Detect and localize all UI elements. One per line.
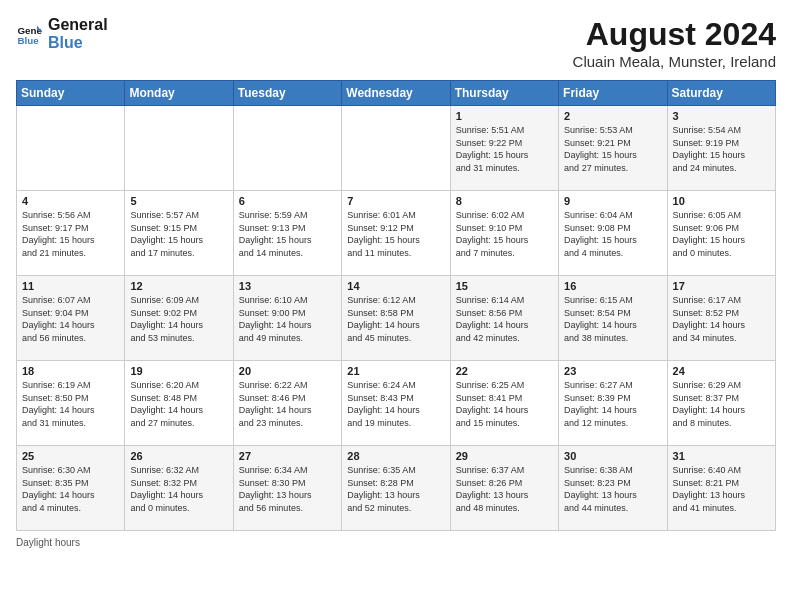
day-info: Sunrise: 6:09 AM Sunset: 9:02 PM Dayligh… (130, 294, 227, 344)
day-cell-23: 23Sunrise: 6:27 AM Sunset: 8:39 PM Dayli… (559, 361, 667, 446)
day-cell-20: 20Sunrise: 6:22 AM Sunset: 8:46 PM Dayli… (233, 361, 341, 446)
calendar-body: 1Sunrise: 5:51 AM Sunset: 9:22 PM Daylig… (17, 106, 776, 531)
day-info: Sunrise: 6:38 AM Sunset: 8:23 PM Dayligh… (564, 464, 661, 514)
day-number: 27 (239, 450, 336, 462)
day-number: 17 (673, 280, 770, 292)
day-cell-10: 10Sunrise: 6:05 AM Sunset: 9:06 PM Dayli… (667, 191, 775, 276)
day-number: 9 (564, 195, 661, 207)
day-cell-21: 21Sunrise: 6:24 AM Sunset: 8:43 PM Dayli… (342, 361, 450, 446)
day-number: 10 (673, 195, 770, 207)
header-day-wednesday: Wednesday (342, 81, 450, 106)
logo-icon: Gene Blue (16, 20, 44, 48)
day-cell-22: 22Sunrise: 6:25 AM Sunset: 8:41 PM Dayli… (450, 361, 558, 446)
day-info: Sunrise: 6:22 AM Sunset: 8:46 PM Dayligh… (239, 379, 336, 429)
day-number: 6 (239, 195, 336, 207)
day-info: Sunrise: 6:40 AM Sunset: 8:21 PM Dayligh… (673, 464, 770, 514)
empty-cell (233, 106, 341, 191)
day-number: 23 (564, 365, 661, 377)
day-cell-12: 12Sunrise: 6:09 AM Sunset: 9:02 PM Dayli… (125, 276, 233, 361)
day-cell-27: 27Sunrise: 6:34 AM Sunset: 8:30 PM Dayli… (233, 446, 341, 531)
day-cell-2: 2Sunrise: 5:53 AM Sunset: 9:21 PM Daylig… (559, 106, 667, 191)
day-number: 28 (347, 450, 444, 462)
day-number: 8 (456, 195, 553, 207)
header-day-tuesday: Tuesday (233, 81, 341, 106)
day-cell-29: 29Sunrise: 6:37 AM Sunset: 8:26 PM Dayli… (450, 446, 558, 531)
day-number: 21 (347, 365, 444, 377)
day-number: 1 (456, 110, 553, 122)
day-info: Sunrise: 5:54 AM Sunset: 9:19 PM Dayligh… (673, 124, 770, 174)
empty-cell (125, 106, 233, 191)
day-info: Sunrise: 6:27 AM Sunset: 8:39 PM Dayligh… (564, 379, 661, 429)
day-cell-26: 26Sunrise: 6:32 AM Sunset: 8:32 PM Dayli… (125, 446, 233, 531)
calendar-table: SundayMondayTuesdayWednesdayThursdayFrid… (16, 80, 776, 531)
day-cell-18: 18Sunrise: 6:19 AM Sunset: 8:50 PM Dayli… (17, 361, 125, 446)
footer-label: Daylight hours (16, 537, 776, 548)
day-number: 18 (22, 365, 119, 377)
day-info: Sunrise: 6:29 AM Sunset: 8:37 PM Dayligh… (673, 379, 770, 429)
day-number: 4 (22, 195, 119, 207)
day-cell-6: 6Sunrise: 5:59 AM Sunset: 9:13 PM Daylig… (233, 191, 341, 276)
day-number: 30 (564, 450, 661, 462)
day-number: 12 (130, 280, 227, 292)
day-number: 15 (456, 280, 553, 292)
day-cell-4: 4Sunrise: 5:56 AM Sunset: 9:17 PM Daylig… (17, 191, 125, 276)
empty-cell (17, 106, 125, 191)
day-number: 16 (564, 280, 661, 292)
month-title: August 2024 (573, 16, 776, 53)
day-cell-31: 31Sunrise: 6:40 AM Sunset: 8:21 PM Dayli… (667, 446, 775, 531)
day-cell-19: 19Sunrise: 6:20 AM Sunset: 8:48 PM Dayli… (125, 361, 233, 446)
header-day-sunday: Sunday (17, 81, 125, 106)
day-info: Sunrise: 6:34 AM Sunset: 8:30 PM Dayligh… (239, 464, 336, 514)
day-cell-30: 30Sunrise: 6:38 AM Sunset: 8:23 PM Dayli… (559, 446, 667, 531)
day-info: Sunrise: 5:56 AM Sunset: 9:17 PM Dayligh… (22, 209, 119, 259)
calendar-week-5: 25Sunrise: 6:30 AM Sunset: 8:35 PM Dayli… (17, 446, 776, 531)
day-info: Sunrise: 6:02 AM Sunset: 9:10 PM Dayligh… (456, 209, 553, 259)
day-number: 25 (22, 450, 119, 462)
day-info: Sunrise: 6:20 AM Sunset: 8:48 PM Dayligh… (130, 379, 227, 429)
svg-text:Blue: Blue (17, 34, 39, 45)
day-number: 11 (22, 280, 119, 292)
day-info: Sunrise: 6:05 AM Sunset: 9:06 PM Dayligh… (673, 209, 770, 259)
day-info: Sunrise: 6:07 AM Sunset: 9:04 PM Dayligh… (22, 294, 119, 344)
calendar-week-2: 4Sunrise: 5:56 AM Sunset: 9:17 PM Daylig… (17, 191, 776, 276)
day-cell-14: 14Sunrise: 6:12 AM Sunset: 8:58 PM Dayli… (342, 276, 450, 361)
day-cell-24: 24Sunrise: 6:29 AM Sunset: 8:37 PM Dayli… (667, 361, 775, 446)
day-cell-16: 16Sunrise: 6:15 AM Sunset: 8:54 PM Dayli… (559, 276, 667, 361)
day-info: Sunrise: 6:35 AM Sunset: 8:28 PM Dayligh… (347, 464, 444, 514)
day-cell-11: 11Sunrise: 6:07 AM Sunset: 9:04 PM Dayli… (17, 276, 125, 361)
day-cell-7: 7Sunrise: 6:01 AM Sunset: 9:12 PM Daylig… (342, 191, 450, 276)
day-info: Sunrise: 6:32 AM Sunset: 8:32 PM Dayligh… (130, 464, 227, 514)
header-day-monday: Monday (125, 81, 233, 106)
day-number: 3 (673, 110, 770, 122)
header-row: SundayMondayTuesdayWednesdayThursdayFrid… (17, 81, 776, 106)
day-cell-15: 15Sunrise: 6:14 AM Sunset: 8:56 PM Dayli… (450, 276, 558, 361)
day-info: Sunrise: 5:53 AM Sunset: 9:21 PM Dayligh… (564, 124, 661, 174)
day-number: 13 (239, 280, 336, 292)
day-info: Sunrise: 6:12 AM Sunset: 8:58 PM Dayligh… (347, 294, 444, 344)
header-day-thursday: Thursday (450, 81, 558, 106)
day-info: Sunrise: 6:14 AM Sunset: 8:56 PM Dayligh… (456, 294, 553, 344)
page-header: Gene Blue General Blue August 2024 Cluai… (16, 16, 776, 70)
day-cell-9: 9Sunrise: 6:04 AM Sunset: 9:08 PM Daylig… (559, 191, 667, 276)
empty-cell (342, 106, 450, 191)
header-day-friday: Friday (559, 81, 667, 106)
day-info: Sunrise: 5:51 AM Sunset: 9:22 PM Dayligh… (456, 124, 553, 174)
day-info: Sunrise: 6:01 AM Sunset: 9:12 PM Dayligh… (347, 209, 444, 259)
day-number: 20 (239, 365, 336, 377)
day-cell-17: 17Sunrise: 6:17 AM Sunset: 8:52 PM Dayli… (667, 276, 775, 361)
day-number: 7 (347, 195, 444, 207)
calendar-header: SundayMondayTuesdayWednesdayThursdayFrid… (17, 81, 776, 106)
day-cell-5: 5Sunrise: 5:57 AM Sunset: 9:15 PM Daylig… (125, 191, 233, 276)
day-info: Sunrise: 5:59 AM Sunset: 9:13 PM Dayligh… (239, 209, 336, 259)
day-number: 19 (130, 365, 227, 377)
day-info: Sunrise: 6:04 AM Sunset: 9:08 PM Dayligh… (564, 209, 661, 259)
day-number: 2 (564, 110, 661, 122)
day-cell-25: 25Sunrise: 6:30 AM Sunset: 8:35 PM Dayli… (17, 446, 125, 531)
title-block: August 2024 Cluain Meala, Munster, Irela… (573, 16, 776, 70)
day-info: Sunrise: 6:15 AM Sunset: 8:54 PM Dayligh… (564, 294, 661, 344)
location-subtitle: Cluain Meala, Munster, Ireland (573, 53, 776, 70)
day-cell-28: 28Sunrise: 6:35 AM Sunset: 8:28 PM Dayli… (342, 446, 450, 531)
calendar-week-4: 18Sunrise: 6:19 AM Sunset: 8:50 PM Dayli… (17, 361, 776, 446)
day-number: 31 (673, 450, 770, 462)
day-cell-1: 1Sunrise: 5:51 AM Sunset: 9:22 PM Daylig… (450, 106, 558, 191)
